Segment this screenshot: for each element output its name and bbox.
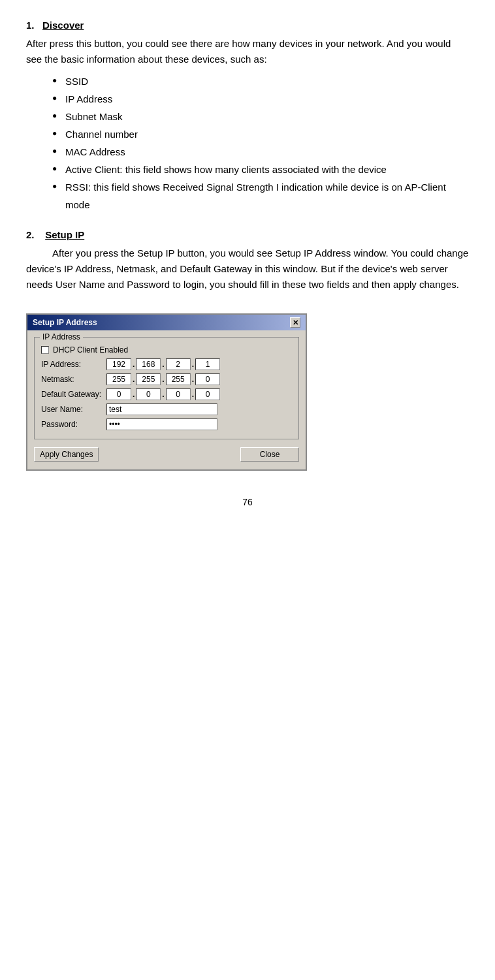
section2-intro: After you press the Setup IP button, you… [26, 245, 469, 292]
netmask-dot-3: . [192, 375, 194, 384]
ip-dot-3: . [192, 360, 194, 369]
list-item: Channel number [52, 125, 469, 143]
password-input[interactable] [106, 419, 217, 430]
gateway-row: Default Gateway: . . . [41, 388, 292, 400]
gateway-octet-1[interactable] [106, 388, 131, 400]
section1-header: 1. Discover [26, 20, 469, 31]
list-item: Active Client: this field shows how many… [52, 161, 469, 178]
ip-address-group: IP Address DHCP Client Enabled IP Addres… [34, 337, 299, 439]
gateway-octet-4[interactable] [195, 388, 220, 400]
section1-intro: After press this button, you could see t… [26, 36, 469, 67]
dialog-body: IP Address DHCP Client Enabled IP Addres… [27, 330, 306, 469]
list-item: IP Address [52, 90, 469, 108]
dhcp-checkbox[interactable] [41, 346, 49, 354]
section-discover: 1. Discover After press this button, you… [26, 20, 469, 213]
dhcp-row: DHCP Client Enabled [41, 345, 292, 355]
ip-octet-2[interactable] [136, 358, 161, 370]
ip-octet-1[interactable] [106, 358, 131, 370]
dialog-title: Setup IP Address [33, 318, 97, 327]
netmask-fields: . . . [106, 373, 220, 385]
section-setup-ip: 2. Setup IP After you press the Setup IP… [26, 229, 469, 471]
gateway-octet-3[interactable] [166, 388, 191, 400]
username-input[interactable] [106, 403, 217, 415]
username-label: User Name: [41, 405, 106, 414]
section2-number: 2. [26, 229, 35, 240]
ip-address-fields: . . . [106, 358, 220, 370]
ip-octet-3[interactable] [166, 358, 191, 370]
section1-number: 1. [26, 20, 35, 31]
username-row: User Name: [41, 403, 292, 415]
setup-ip-dialog: Setup IP Address ✕ IP Address DHCP Clien… [26, 313, 307, 471]
list-item: Subnet Mask [52, 108, 469, 125]
gateway-fields: . . . [106, 388, 220, 400]
section1-bullet-list: SSID IP Address Subnet Mask Channel numb… [52, 72, 469, 213]
netmask-octet-2[interactable] [136, 373, 161, 385]
gateway-dot-2: . [162, 390, 164, 399]
section2-title: Setup IP [45, 229, 84, 240]
page-number: 76 [26, 497, 469, 507]
netmask-octet-4[interactable] [195, 373, 220, 385]
ip-address-row: IP Address: . . . [41, 358, 292, 370]
gateway-label: Default Gateway: [41, 390, 106, 399]
list-item: RSSI: this field shows Received Signal S… [52, 178, 469, 213]
password-row: Password: [41, 419, 292, 430]
netmask-label: Netmask: [41, 375, 106, 384]
netmask-octet-3[interactable] [166, 373, 191, 385]
netmask-octet-1[interactable] [106, 373, 131, 385]
gateway-dot-3: . [192, 390, 194, 399]
netmask-row: Netmask: . . . [41, 373, 292, 385]
dialog-titlebar: Setup IP Address ✕ [27, 315, 306, 330]
dhcp-label: DHCP Client Enabled [53, 345, 128, 355]
ip-dot-2: . [162, 360, 164, 369]
gateway-octet-2[interactable] [136, 388, 161, 400]
ip-address-label: IP Address: [41, 360, 106, 369]
dialog-close-x-button[interactable]: ✕ [290, 317, 300, 328]
apply-changes-button[interactable]: Apply Changes [34, 447, 99, 462]
close-button[interactable]: Close [240, 447, 299, 462]
group-title: IP Address [40, 332, 83, 341]
ip-octet-4[interactable] [195, 358, 220, 370]
dialog-footer: Apply Changes Close [34, 445, 299, 463]
section2-header: 2. Setup IP [26, 229, 469, 240]
ip-dot-1: . [133, 360, 135, 369]
netmask-dot-2: . [162, 375, 164, 384]
section1-title: Discover [42, 20, 84, 31]
list-item: MAC Address [52, 143, 469, 161]
gateway-dot-1: . [133, 390, 135, 399]
netmask-dot-1: . [133, 375, 135, 384]
dialog-window: Setup IP Address ✕ IP Address DHCP Clien… [26, 313, 307, 471]
list-item: SSID [52, 72, 469, 90]
password-label: Password: [41, 420, 106, 429]
